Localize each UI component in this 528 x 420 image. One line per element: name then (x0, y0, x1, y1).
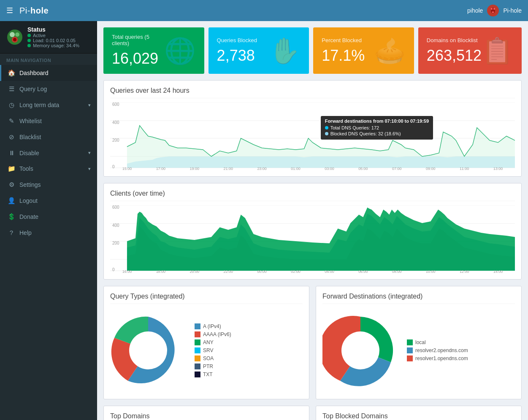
legend-color-srv (195, 347, 200, 353)
svg-text:11:00: 11:00 (460, 167, 469, 170)
stat-blocklist-left: Domains on Blocklist 263,512 (427, 37, 482, 65)
clients-chart-area: 600 400 200 0 16:00 18:00 20:00 22:00 0 (110, 205, 515, 273)
legend-color-ipv4 (195, 323, 200, 329)
svg-text:03:00: 03:00 (325, 167, 334, 170)
sidebar-item-label: Dashboard (19, 70, 49, 76)
navbar-left: ☰ Pi-hole (6, 6, 49, 16)
sidebar-item-whitelist[interactable]: ✎ Whitelist (0, 113, 97, 129)
legend-item-soa: SOA (195, 355, 231, 361)
svg-text:400: 400 (112, 120, 119, 125)
sidebar-load: Load: 0.01 0.02 0.05 (27, 38, 79, 43)
forward-dest-donut (322, 312, 398, 388)
sidebar: Status Active Load: 0.01 0.02 0.05 Memor… (0, 21, 97, 420)
svg-text:0: 0 (112, 164, 115, 169)
svg-text:06:00: 06:00 (358, 269, 368, 273)
sidebar-item-label: Tools (19, 165, 33, 172)
stat-total-value: 16,029 (112, 50, 164, 67)
svg-text:200: 200 (112, 241, 119, 245)
sidebar-item-blacklist[interactable]: ⊘ Blacklist (0, 129, 97, 145)
svg-point-9 (13, 38, 16, 41)
sidebar-nav-label: MAIN NAVIGATION (0, 54, 97, 65)
legend-label-ipv4: A (IPv4) (203, 323, 221, 329)
legend-label-ptr: PTR (203, 363, 213, 369)
brand-logo[interactable]: Pi-hole (19, 6, 49, 16)
sidebar-item-disable[interactable]: ⏸ Disable ▾ (0, 145, 97, 161)
whitelist-icon: ✎ (8, 117, 15, 125)
legend-item-resolver1: resolver1.opendns.com (407, 355, 468, 361)
svg-text:04:00: 04:00 (325, 269, 334, 273)
sidebar-item-label: Disable (19, 150, 39, 156)
navbar-right: pihole Pi-hole (467, 5, 522, 16)
svg-text:01:00: 01:00 (291, 167, 300, 170)
logout-icon: 👤 (8, 197, 15, 205)
tools-icon: 📁 (8, 165, 15, 172)
svg-text:600: 600 (112, 205, 119, 210)
query-types-donut (110, 312, 186, 388)
main-wrapper: Status Active Load: 0.01 0.02 0.05 Memor… (0, 21, 528, 420)
stat-percent-value: 17.1% (322, 47, 365, 65)
brand-name-suffix: hole (30, 6, 49, 15)
stat-blocked-left: Queries Blocked 2,738 (217, 37, 257, 65)
sidebar-item-label: Whitelist (19, 118, 42, 124)
top-domains-panels: Top Domains Top Blocked Domains (103, 406, 522, 420)
svg-point-52 (129, 331, 167, 369)
sidebar-item-logout[interactable]: 👤 Logout (0, 193, 97, 209)
sidebar-item-tools[interactable]: 📁 Tools ▾ (0, 161, 97, 177)
stat-blocked-label: Queries Blocked (217, 37, 257, 43)
pie-icon: 🥧 (374, 36, 406, 66)
donate-icon: 💲 (8, 213, 15, 221)
top-domains-panel: Top Domains (103, 406, 309, 420)
query-types-content: A (IPv4) AAAA (IPv6) ANY SRV (110, 308, 303, 393)
sidebar-item-query-log[interactable]: ☰ Query Log (0, 81, 97, 97)
svg-text:16:00: 16:00 (122, 269, 132, 273)
legend-item-local: local (407, 339, 468, 345)
svg-point-53 (341, 331, 379, 369)
main-content: Total queries (5 clients) 16,029 🌐 Queri… (97, 21, 528, 420)
legend-item-any: ANY (195, 339, 231, 345)
stat-percent-label: Percent Blocked (322, 37, 365, 43)
help-icon: ? (8, 229, 15, 236)
sidebar-status-info: Status Active Load: 0.01 0.02 0.05 Memor… (27, 26, 79, 48)
svg-text:00:00: 00:00 (257, 269, 266, 273)
legend-color-resolver2 (407, 347, 413, 353)
forward-dest-title: Forward Destinations (integrated) (322, 293, 515, 304)
sidebar-item-donate[interactable]: 💲 Donate (0, 209, 97, 225)
stat-box-total-queries: Total queries (5 clients) 16,029 🌐 (103, 27, 204, 74)
hamburger-icon[interactable]: ☰ (6, 6, 13, 15)
sidebar-item-dashboard[interactable]: 🏠 Dashboard (0, 65, 97, 81)
disable-icon: ⏸ (8, 149, 15, 156)
svg-point-3 (493, 8, 495, 10)
hand-icon: ✋ (269, 36, 301, 66)
sidebar-item-long-term-data[interactable]: ◷ Long term data ▾ (0, 97, 97, 113)
legend-item-resolver2: resolver2.opendns.com (407, 347, 468, 353)
queries-chart-panel: Queries over last 24 hours 600 400 200 0 (103, 80, 522, 177)
longterm-icon: ◷ (8, 101, 15, 109)
forward-dest-legend: local resolver2.opendns.com resolver1.op… (407, 339, 468, 361)
svg-text:0: 0 (112, 267, 115, 272)
settings-icon: ⚙ (8, 181, 15, 188)
legend-color-soa (195, 355, 200, 361)
top-blocked-panel: Top Blocked Domains (316, 406, 522, 420)
legend-color-resolver1 (407, 355, 413, 361)
bottom-panels: Query Types (integrated) (103, 286, 522, 399)
legend-label-txt: TXT (203, 372, 213, 377)
query-types-legend: A (IPv4) AAAA (IPv6) ANY SRV (195, 323, 231, 377)
stat-blocklist-label: Domains on Blocklist (427, 37, 482, 43)
stat-percent-left: Percent Blocked 17.1% (322, 37, 365, 65)
queries-svg: 600 400 200 0 15:00 17:00 19:00 21:00 2 (110, 102, 515, 170)
svg-text:19:00: 19:00 (190, 167, 199, 170)
query-types-panel: Query Types (integrated) (103, 286, 309, 399)
stat-box-percent: Percent Blocked 17.1% 🥧 (313, 27, 414, 74)
svg-text:09:00: 09:00 (426, 167, 435, 170)
svg-text:05:00: 05:00 (358, 167, 368, 170)
svg-text:400: 400 (112, 223, 119, 228)
sidebar-item-settings[interactable]: ⚙ Settings (0, 177, 97, 193)
sidebar-item-help[interactable]: ? Help (0, 225, 97, 240)
sidebar-item-label: Long term data (19, 102, 59, 108)
legend-label-ipv6: AAAA (IPv6) (203, 331, 231, 337)
disable-expand-icon: ▾ (88, 150, 91, 156)
sidebar-mem: Memory usage: 34.4% (27, 43, 79, 48)
navbar-instance: Pi-hole (503, 7, 522, 14)
svg-text:20:00: 20:00 (190, 269, 199, 273)
svg-text:02:00: 02:00 (291, 269, 300, 273)
